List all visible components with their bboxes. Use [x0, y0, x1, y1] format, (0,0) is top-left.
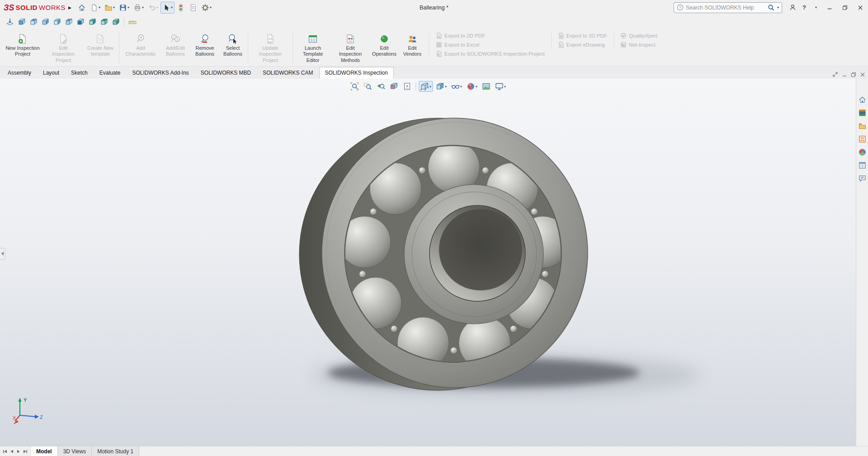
hide-show-items-button[interactable]: ▾	[449, 81, 463, 92]
left-view-button[interactable]	[40, 17, 51, 28]
search-input[interactable]	[686, 5, 765, 11]
login-button[interactable]	[787, 2, 798, 14]
view-settings-icon	[495, 82, 504, 91]
help-dropdown[interactable]: ▾	[810, 2, 822, 14]
3d-views-tab[interactable]: 3D Views	[58, 446, 92, 456]
bottom-view-button[interactable]	[75, 17, 86, 28]
svg-text:?: ?	[679, 5, 681, 10]
tab-layout[interactable]: Layout	[37, 67, 65, 79]
tab-assembly[interactable]: Assembly	[2, 67, 37, 79]
featuremanager-flyout-arrow[interactable]	[0, 248, 5, 260]
rebuild-button[interactable]	[175, 2, 187, 14]
custom-properties-button[interactable]	[857, 160, 868, 171]
zoom-to-area-button[interactable]	[362, 81, 373, 92]
add-edit-balloons-button[interactable]: 12 Add/Edit Balloons	[160, 30, 190, 66]
edit-inspection-methods-button[interactable]: Edit Inspection Methods	[331, 30, 369, 66]
export-to-solidworks-inspection-project-button[interactable]: Export to SOLIDWORKS Inspection Project	[436, 51, 545, 57]
edit-inspection-project-button[interactable]: Edit Inspection Project	[43, 30, 83, 66]
motion-study-tab[interactable]: Motion Study 1	[92, 446, 139, 456]
document-close-icon[interactable]	[860, 72, 865, 77]
dimetric-view-button[interactable]	[110, 17, 121, 28]
search-scope-dropdown-icon[interactable]: ▾	[777, 5, 779, 10]
tab-solidworks-cam[interactable]: SOLIDWORKS CAM	[257, 67, 319, 79]
remove-balloons-button[interactable]: Remove Balloons	[190, 30, 219, 66]
tab-sketch[interactable]: Sketch	[65, 67, 94, 79]
launch-template-editor-button[interactable]: Launch Template Editor	[294, 30, 331, 66]
export-edrawing-button[interactable]: e Export eDrawing	[558, 42, 607, 48]
model-tab[interactable]: Model	[31, 446, 58, 456]
options-button[interactable]: ▾	[199, 2, 213, 14]
window-close-button[interactable]	[853, 0, 868, 15]
task-pane-home-button[interactable]	[857, 94, 868, 105]
first-tab-button[interactable]	[2, 448, 8, 455]
add-edit-balloons-label: Add/Edit Balloons	[164, 45, 187, 57]
previous-view-button[interactable]	[375, 81, 387, 92]
search-icon[interactable]	[768, 4, 775, 11]
edit-vendors-button[interactable]: Edit Vendors	[399, 30, 425, 66]
net-inspect-button[interactable]: Net-Inspect	[620, 42, 657, 48]
help-button[interactable]: ?	[798, 2, 810, 14]
last-tab-button[interactable]	[22, 448, 28, 455]
ball-bearing-model[interactable]: Y Z X	[0, 79, 856, 446]
front-view-button[interactable]	[16, 17, 27, 28]
export-to-excel-button[interactable]: Export to Excel	[436, 42, 545, 48]
tab-solidworks-inspection[interactable]: SOLIDWORKS Inspection	[319, 67, 394, 79]
undo-button[interactable]: ▾	[146, 2, 160, 14]
dynamic-annotation-views-button[interactable]: A	[401, 81, 413, 92]
view-settings-button[interactable]: ▾	[493, 81, 507, 92]
back-view-button[interactable]	[28, 17, 39, 28]
tab-evaluate[interactable]: Evaluate	[94, 67, 127, 79]
export-to-excel-label: Export to Excel	[444, 42, 479, 48]
update-inspection-project-icon	[265, 33, 276, 44]
triad-z-label: Z	[40, 414, 43, 420]
new-inspection-project-button[interactable]: New Inspection Project	[2, 30, 43, 66]
zoom-to-area-icon	[363, 82, 372, 91]
menu-flyout-arrow-icon[interactable]: ▶	[68, 5, 71, 10]
tab-solidworks-mbd[interactable]: SOLIDWORKS MBD	[195, 67, 257, 79]
apply-scene-button[interactable]	[480, 81, 492, 92]
normal-to-button[interactable]	[5, 17, 15, 28]
select-button[interactable]: ▾	[160, 2, 175, 14]
file-properties-button[interactable]	[187, 2, 199, 14]
display-style-button[interactable]: ▾	[434, 81, 448, 92]
create-new-template-button[interactable]: Create New template	[83, 30, 118, 66]
graphics-viewport[interactable]: Y Z X A ▾ ▾ ▾ ▾	[0, 79, 856, 446]
print-button[interactable]: ▾	[132, 2, 146, 14]
new-document-button[interactable]: ▾	[88, 2, 102, 14]
edit-operations-button[interactable]: Edit Operations	[369, 30, 399, 66]
next-tab-button[interactable]	[15, 448, 22, 455]
undock-icon[interactable]	[832, 71, 838, 77]
isometric-view-button[interactable]	[87, 17, 98, 28]
trimetric-view-button[interactable]	[99, 17, 109, 28]
document-restore-icon[interactable]	[851, 72, 856, 77]
previous-tab-button[interactable]	[9, 448, 15, 455]
file-explorer-button[interactable]	[857, 120, 868, 131]
document-minimize-icon[interactable]	[842, 72, 847, 77]
inspection-ribbon: New Inspection Project Edit Inspection P…	[0, 29, 868, 66]
open-document-button[interactable]: ▾	[103, 2, 117, 14]
edit-appearance-button[interactable]: ▾	[465, 81, 479, 92]
window-restore-button[interactable]	[837, 0, 853, 15]
view-orientation-button[interactable]: ▾	[419, 81, 433, 92]
section-view-button[interactable]	[388, 81, 400, 92]
forum-button[interactable]	[857, 173, 868, 184]
help-search-box[interactable]: ? ▾	[674, 2, 782, 13]
design-library-button[interactable]	[857, 107, 868, 118]
export-3d-pdf-icon	[558, 33, 564, 39]
add-characteristic-button[interactable]: Add Characteristic	[121, 30, 160, 66]
top-view-button[interactable]	[63, 17, 74, 28]
zoom-to-fit-button[interactable]	[349, 81, 360, 92]
tab-solidworks-add-ins[interactable]: SOLIDWORKS Add-Ins	[126, 67, 194, 79]
save-button[interactable]: ▾	[117, 2, 131, 14]
update-inspection-project-button[interactable]: Update Inspection Project	[250, 30, 291, 66]
window-minimize-button[interactable]	[822, 0, 837, 15]
view-palette-button[interactable]	[857, 133, 868, 144]
export-to-3d-pdf-button[interactable]: Export to 3D PDF	[558, 33, 607, 39]
qualityxpert-button[interactable]: QualityXpert	[620, 33, 657, 39]
home-button[interactable]	[76, 2, 88, 14]
measure-button[interactable]	[127, 17, 138, 28]
select-balloons-button[interactable]: Select Balloons	[219, 30, 246, 66]
export-to-2d-pdf-button[interactable]: Export to 2D PDF	[436, 33, 545, 39]
appearances-button[interactable]	[857, 147, 868, 157]
right-view-button[interactable]	[52, 17, 62, 28]
